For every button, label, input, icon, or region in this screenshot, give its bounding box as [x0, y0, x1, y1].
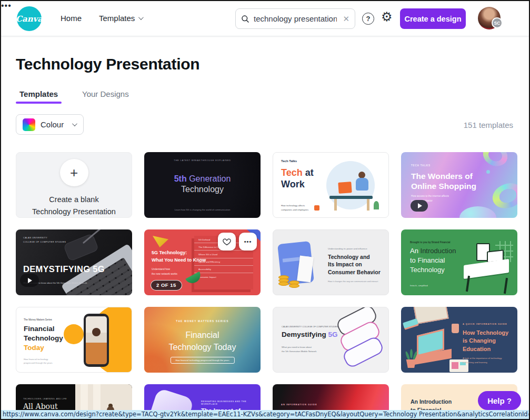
- template-card-5th-generation[interactable]: THE LATEST BREAKTHROUGH EXPLAINED 5th Ge…: [144, 152, 261, 218]
- card-kicker: THE LATEST BREAKTHROUGH EXPLAINED: [144, 159, 261, 162]
- subtitle-line1: What you need to know about: [282, 345, 316, 349]
- card-title: How Technology is Changing Education: [463, 329, 508, 353]
- arrow-button-shape: [314, 205, 319, 211]
- card-kicker: CALAS UNIVERSITY COLLEGE OF COMPUTER STU…: [23, 236, 66, 244]
- search-input[interactable]: [254, 14, 337, 23]
- desk-leg-shape: [334, 199, 337, 211]
- yellow-circle-shape: [64, 324, 84, 344]
- template-card-financial-today-gradient[interactable]: THE MONEY MATTERS SERIES Financial Techn…: [144, 307, 261, 373]
- title-rest: Generation: [187, 174, 231, 183]
- nav-templates[interactable]: Templates: [99, 14, 142, 23]
- create-blank-card[interactable]: + Create a blank Technology Presentation: [16, 152, 132, 218]
- play-button[interactable]: [20, 274, 39, 287]
- card-subtitle: A look at the importance of technology i…: [463, 356, 502, 365]
- colour-filter-button[interactable]: Colour: [16, 114, 84, 135]
- title-dark: Introduction: [418, 247, 456, 255]
- template-card-online-shopping[interactable]: TECH TALKS The Wonders of Online Shoppin…: [401, 152, 517, 218]
- coin-shape: [278, 282, 289, 286]
- title-line2: Technology Today: [144, 341, 261, 353]
- template-card-demystifying-5g-dark[interactable]: CALAS UNIVERSITY COLLEGE OF COMPUTER STU…: [16, 229, 132, 295]
- desk-shape: [464, 259, 509, 279]
- card-title: 5G Technology: What You Need to Know: [152, 249, 206, 264]
- tab-your-designs[interactable]: Your Designs: [82, 89, 129, 98]
- create-a-design-button[interactable]: Create a design: [400, 8, 466, 29]
- card-title-line1: Tech at: [281, 167, 314, 178]
- play-button[interactable]: [411, 200, 428, 212]
- card-kicker: Tech Talks: [281, 159, 297, 163]
- settings-gear-icon[interactable]: ⚙: [381, 11, 393, 23]
- monitor-shape: [338, 182, 352, 194]
- help-floating-button[interactable]: Help ?: [478, 391, 521, 410]
- map-shape: [413, 307, 448, 324]
- yellow-triangle-shape: [153, 236, 168, 247]
- title-line3: Education: [463, 345, 508, 353]
- nav-templates-label: Templates: [99, 14, 135, 23]
- plus-icon: +: [60, 159, 88, 186]
- kicker-line2: COLLEGE OF COMPUTER STUDIES: [23, 240, 66, 244]
- canva-templates-page: Canva Home Templates ••• ✕ ? ⚙ Create a …: [0, 0, 530, 420]
- title-line1: 5G Technology:: [152, 249, 206, 257]
- subtitle-line2: the new network works: [152, 272, 177, 277]
- title-white: An: [410, 247, 418, 255]
- card-title: Technology and Its Impact on Consumer Be…: [328, 253, 381, 276]
- agenda-item: Economic Impact: [194, 273, 253, 280]
- kicker-line1: CALAS UNIVERSITY: [23, 236, 66, 240]
- card-title: The Wonders of Online Shopping: [411, 171, 476, 192]
- tab-templates[interactable]: Templates: [19, 89, 58, 98]
- card-subtitle: What you need to know about the 5th Gene…: [282, 345, 316, 353]
- blob-3d-shape: [459, 206, 496, 218]
- help-icon[interactable]: ?: [362, 13, 374, 25]
- template-card-consumer-behavior[interactable]: Understanding its power and influence Te…: [273, 229, 389, 295]
- pencil-cup-shape: [452, 324, 459, 333]
- card-kicker: CALAS UNIVERSITY COLLEGE OF COMPUTER STU…: [282, 325, 338, 328]
- card-subtitle-pill: How financial technology progressed thro…: [170, 357, 234, 364]
- person-head-shape: [92, 328, 101, 336]
- card-title: Demystifying 5G: [282, 331, 338, 338]
- template-card-intro-financial-technology[interactable]: Brought to you by Strand Financial An In…: [401, 229, 517, 295]
- card-kicker: TECH TALKS: [411, 164, 431, 167]
- chevron-down-icon: [138, 15, 144, 20]
- title-accent: 5G: [326, 331, 338, 338]
- favourite-button[interactable]: [218, 233, 236, 251]
- footer-line1: How financial technology: [24, 357, 53, 362]
- title-line2: Technology: [24, 334, 63, 343]
- avatar-team-badge: SC: [492, 17, 503, 28]
- title-accent: Today: [24, 344, 44, 352]
- title-line2: is Changing: [463, 337, 508, 345]
- card-title: Financial Technology Today: [144, 329, 261, 353]
- card-title-line2: Work: [281, 179, 305, 190]
- title-accent: 5th: [174, 174, 187, 183]
- template-card-technology-education[interactable]: A QUICK INFORMATION GUIDE How Technology…: [401, 307, 517, 373]
- template-card-5g-what-you-need[interactable]: 5G Defined The Difference in Communicati…: [144, 229, 261, 295]
- heart-icon: [222, 237, 232, 246]
- card-subtitle: Understand how the new network works: [152, 267, 177, 276]
- card-kicker: Brought to you by Strand Financial: [410, 241, 451, 244]
- canva-logo[interactable]: Canva: [17, 6, 42, 31]
- card-kicker: Understanding its power and influence: [328, 247, 367, 250]
- play-icon: [28, 278, 32, 283]
- search-icon: [241, 15, 249, 23]
- card-kicker: The Money Matters Series: [24, 318, 52, 321]
- active-tab-underline: [16, 102, 62, 104]
- template-card-financial-technology-today[interactable]: The Money Matters Series Financial Techn…: [16, 307, 132, 373]
- title-line1: An Introduction: [411, 398, 452, 406]
- title-line1: Financial: [144, 329, 261, 341]
- card-title: Financial Technology Today: [24, 324, 63, 352]
- template-card-tech-at-work[interactable]: Tech Talks Tech at Work How technology a…: [273, 152, 389, 218]
- template-card-demystifying-5g-light[interactable]: CALAS UNIVERSITY COLLEGE OF COMPUTER STU…: [273, 307, 389, 373]
- card-title-line3: Technology: [410, 266, 445, 274]
- ring-3d-shape: [489, 179, 517, 213]
- footer-line2: companies and employees: [281, 208, 308, 212]
- agenda-item: Accessibility: [194, 266, 253, 273]
- pink-block-shape: [452, 362, 458, 369]
- card-more-button[interactable]: •••: [239, 233, 257, 251]
- browser-status-bar: https://www.canva.com/design?create&type…: [1, 410, 529, 419]
- page-title: Technology Presentation: [16, 55, 199, 73]
- search-box[interactable]: ✕: [235, 8, 355, 29]
- nav-home[interactable]: Home: [61, 14, 82, 23]
- card-title-line2: to Financial: [410, 256, 445, 264]
- clear-search-icon[interactable]: ✕: [343, 14, 349, 24]
- title-line2: Its Impact on: [328, 261, 381, 268]
- coin-shape: [289, 284, 299, 288]
- card-footer: How technology affects companies and emp…: [281, 204, 308, 212]
